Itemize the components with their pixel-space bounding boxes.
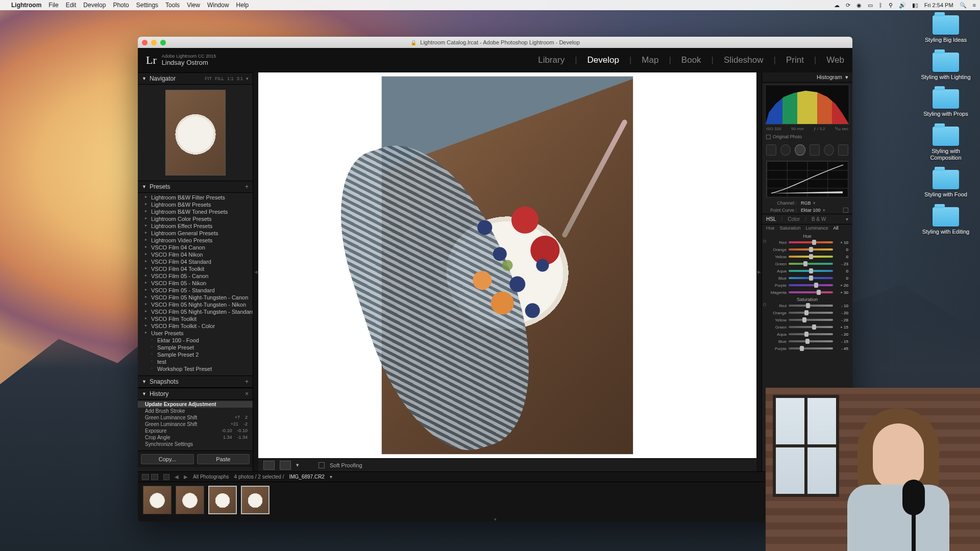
desktop-folder[interactable]: Styling Big Ideas	[918, 15, 974, 43]
slider-knob[interactable]	[804, 310, 808, 315]
slider-purple[interactable]: Purple- 45	[762, 345, 852, 352]
slider-aqua[interactable]: Aqua- 20	[762, 331, 852, 338]
desktop-folder[interactable]: Styling with Editing	[918, 207, 974, 235]
preset-folder[interactable]: VSCO Film 05 Night-Tungsten - Nikon	[138, 301, 253, 308]
slider-aqua[interactable]: Aqua0	[762, 267, 852, 274]
right-panel-grip[interactable]: ▶	[756, 72, 762, 471]
slider-track[interactable]	[789, 326, 833, 328]
snapshots-header[interactable]: ▼ Snapshots +	[138, 375, 253, 388]
preset-folder[interactable]: Lightroom General Presets	[138, 230, 253, 237]
menu-file[interactable]: File	[48, 2, 58, 9]
menu-develop[interactable]: Develop	[83, 2, 106, 9]
menu-settings[interactable]: Settings	[136, 2, 158, 9]
module-map[interactable]: Map	[642, 55, 658, 65]
preset-folder[interactable]: VSCO Film 05 - Nikon	[138, 280, 253, 287]
slider-red[interactable]: Red+ 10	[762, 239, 852, 246]
disclosure-triangle-icon[interactable]: ▼	[142, 76, 146, 81]
slider-track[interactable]	[789, 277, 833, 279]
disclosure-triangle-icon[interactable]: ▼	[142, 391, 146, 396]
preset-folder[interactable]: VSCO Film 05 Night-Tungsten - Standard	[138, 308, 253, 315]
radial-tool[interactable]	[824, 144, 834, 156]
preset-folder[interactable]: VSCO Film 05 Night-Tungsten - Canon	[138, 294, 253, 301]
identity-plate[interactable]: Adobe Lightroom CC 2015 Lindsay Ostrom	[162, 54, 216, 66]
preset-folder[interactable]: VSCO Film 04 Canon	[138, 244, 253, 251]
filmstrip-thumb[interactable]	[143, 486, 172, 514]
histogram-header[interactable]: Histogram ▾	[762, 72, 852, 83]
add-preset-icon[interactable]: +	[245, 183, 249, 190]
preset-item[interactable]: Sample Preset	[138, 344, 253, 351]
disclosure-triangle-icon[interactable]: ▼	[142, 379, 146, 384]
menu-help[interactable]: Help	[236, 2, 249, 9]
status-cloud-icon[interactable]: ☁︎	[834, 2, 840, 9]
filmstrip-thumb[interactable]	[208, 486, 237, 514]
zoom-button[interactable]	[160, 40, 166, 45]
tone-curve[interactable]	[766, 161, 848, 197]
slider-knob[interactable]	[809, 254, 813, 259]
status-bluetooth-icon[interactable]: ᛒ	[879, 2, 883, 8]
slider-yellow[interactable]: Yellow0	[762, 253, 852, 260]
curve-toggle-icon[interactable]	[843, 208, 848, 213]
slider-orange[interactable]: Orange0	[762, 246, 852, 253]
subtab-all[interactable]: All	[834, 226, 839, 231]
redeye-tool[interactable]	[795, 144, 805, 156]
navigator-preview[interactable]	[138, 85, 253, 181]
zoom-3-1[interactable]: 3:1	[236, 76, 243, 81]
history-item[interactable]: Green Luminance Shift+21-2	[138, 421, 253, 428]
chevron-down-icon[interactable]: ▾	[823, 208, 825, 213]
grid-view-icon[interactable]	[163, 474, 169, 480]
history-item[interactable]: Synchronize Settings	[138, 441, 253, 447]
preset-folder[interactable]: Lightroom B&W Presets	[138, 201, 253, 208]
history-list[interactable]: Update Exposure Adjustment Add Brush Str…	[138, 400, 253, 450]
preset-folder[interactable]: VSCO Film Toolkit	[138, 315, 253, 322]
slider-track[interactable]	[789, 305, 833, 307]
original-checkbox[interactable]	[766, 135, 771, 139]
slider-knob[interactable]	[803, 261, 807, 266]
preset-item[interactable]: Sample Preset 2	[138, 351, 253, 358]
slider-knob[interactable]	[814, 283, 818, 288]
slider-track[interactable]	[789, 312, 833, 314]
slider-knob[interactable]	[800, 346, 804, 351]
nav-forward-icon[interactable]: ▶	[184, 474, 188, 480]
slider-knob[interactable]	[809, 268, 813, 273]
slider-track[interactable]	[789, 248, 833, 251]
menu-window[interactable]: Window	[207, 2, 229, 9]
chevron-down-icon[interactable]: ▾	[845, 74, 848, 81]
slider-blue[interactable]: Blue- 15	[762, 338, 852, 345]
subtab-hue[interactable]: Hue	[766, 226, 775, 231]
filmstrip-breadcrumb[interactable]: All Photographs	[193, 474, 229, 480]
menu-photo[interactable]: Photo	[113, 2, 129, 9]
module-library[interactable]: Library	[538, 55, 565, 65]
slider-knob[interactable]	[809, 247, 813, 252]
filmstrip-thumbs[interactable]	[138, 482, 852, 517]
slider-knob[interactable]	[806, 303, 810, 308]
slider-track[interactable]	[789, 333, 833, 335]
preset-folder[interactable]: VSCO Film Toolkit - Color	[138, 322, 253, 330]
filmstrip-thumb[interactable]	[176, 486, 204, 514]
target-adjust-icon[interactable]	[763, 303, 766, 306]
chevron-down-icon[interactable]: ▾	[846, 216, 848, 222]
zoom-fit[interactable]: FIT	[205, 76, 212, 81]
tab-color[interactable]: Color	[788, 216, 800, 222]
slider-orange[interactable]: Orange- 20	[762, 309, 852, 316]
status-display-icon[interactable]: ▭	[868, 2, 873, 9]
slider-track[interactable]	[789, 340, 833, 342]
clear-history-icon[interactable]: ×	[245, 390, 249, 397]
history-header[interactable]: ▼ History ×	[138, 388, 253, 400]
slider-magenta[interactable]: Magenta+ 30	[762, 289, 852, 296]
module-web[interactable]: Web	[826, 55, 844, 65]
slider-track[interactable]	[789, 241, 833, 243]
chevron-down-icon[interactable]: ▾	[330, 474, 332, 480]
zoom-menu-icon[interactable]: ▾	[246, 76, 249, 81]
history-item[interactable]: Exposure-0.10-0.10	[138, 428, 253, 434]
history-item[interactable]: Green Luminance Shift+72	[138, 414, 253, 421]
subtab-saturation[interactable]: Saturation	[780, 226, 801, 231]
preset-item[interactable]: Workshop Test Preset	[138, 365, 253, 372]
soft-proofing-checkbox[interactable]	[318, 462, 325, 468]
tab-bw[interactable]: B & W	[812, 216, 826, 222]
close-button[interactable]	[142, 40, 148, 45]
image-canvas[interactable]	[258, 72, 756, 458]
point-curve-value[interactable]: Ektar 100	[801, 208, 821, 213]
filmstrip-grip[interactable]	[138, 517, 852, 521]
navigator-header[interactable]: ▼ Navigator FIT FILL 1:1 3:1 ▾	[138, 72, 253, 85]
history-item[interactable]: Crop Angle1.34-1.34	[138, 434, 253, 441]
